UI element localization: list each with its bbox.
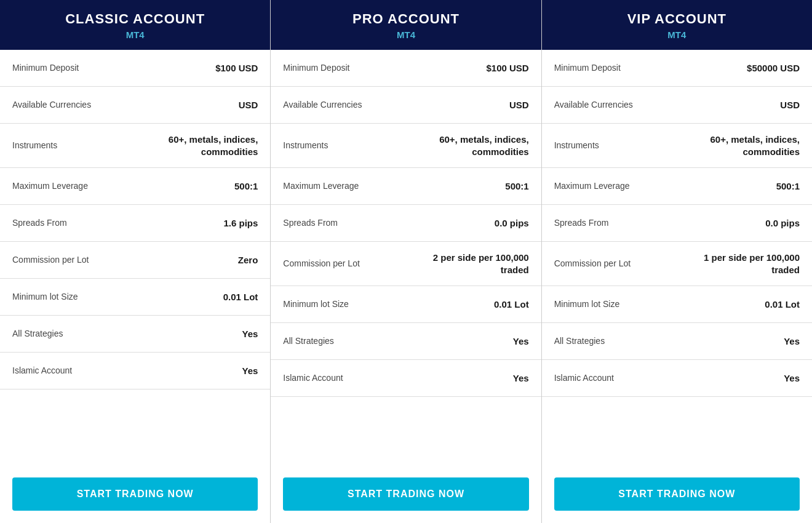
feature-label: Minimum lot Size	[554, 298, 677, 309]
feature-value: $100 USD	[135, 62, 258, 74]
feature-value: 0.0 pips	[677, 217, 800, 230]
feature-row: Commission per Lot2 per side per 100,000…	[271, 242, 541, 286]
feature-value: 1 per side per 100,000 traded	[677, 252, 800, 276]
pro-platform: MT4	[283, 30, 528, 40]
pro-body: Minimum Deposit$100 USDAvailable Currenc…	[271, 50, 541, 468]
feature-row: All StrategiesYes	[0, 316, 270, 353]
feature-label: Available Currencies	[283, 99, 406, 110]
feature-label: Spreads From	[283, 217, 406, 228]
feature-value: USD	[406, 99, 529, 111]
pro-start-trading-button[interactable]: START TRADING NOW	[283, 477, 528, 511]
feature-row: Instruments60+, metals, indices, commodi…	[271, 124, 541, 168]
feature-row: Minimum lot Size0.01 Lot	[542, 286, 812, 323]
feature-label: Instruments	[12, 140, 135, 151]
feature-row: All StrategiesYes	[271, 323, 541, 360]
feature-value: Yes	[677, 335, 800, 348]
feature-row: Maximum Leverage500:1	[542, 168, 812, 205]
feature-value: 1.6 pips	[135, 217, 258, 230]
feature-label: Commission per Lot	[12, 254, 135, 265]
classic-account-name: CLASSIC ACCOUNT	[12, 11, 258, 27]
feature-value: Yes	[677, 372, 800, 385]
feature-label: Islamic Account	[283, 372, 406, 383]
feature-row: Spreads From1.6 pips	[0, 205, 270, 242]
feature-row: Commission per Lot1 per side per 100,000…	[542, 242, 812, 286]
classic-footer: START TRADING NOW	[0, 468, 270, 523]
account-column-classic: CLASSIC ACCOUNTMT4Minimum Deposit$100 US…	[0, 0, 271, 523]
feature-value: Yes	[135, 328, 258, 340]
classic-platform: MT4	[12, 30, 258, 40]
feature-value: 500:1	[406, 180, 529, 193]
feature-value: USD	[677, 99, 800, 111]
feature-label: Minimum Deposit	[12, 62, 135, 73]
feature-label: Commission per Lot	[283, 258, 406, 269]
feature-label: Maximum Leverage	[283, 180, 406, 191]
feature-value: 0.01 Lot	[135, 291, 258, 303]
vip-start-trading-button[interactable]: START TRADING NOW	[554, 477, 800, 511]
pro-account-name: PRO ACCOUNT	[283, 11, 528, 27]
feature-row: Minimum Deposit$100 USD	[0, 50, 270, 87]
feature-label: Available Currencies	[12, 99, 135, 110]
feature-label: Spreads From	[554, 217, 677, 228]
feature-label: Minimum Deposit	[283, 62, 406, 73]
feature-row: Islamic AccountYes	[0, 353, 270, 389]
feature-label: Minimum lot Size	[283, 298, 406, 309]
feature-row: Available CurrenciesUSD	[271, 87, 541, 124]
feature-label: Maximum Leverage	[554, 180, 677, 191]
feature-label: Islamic Account	[12, 365, 135, 376]
account-column-vip: VIP ACCOUNTMT4Minimum Deposit$50000 USDA…	[542, 0, 812, 523]
vip-platform: MT4	[554, 30, 800, 40]
feature-row: Spreads From0.0 pips	[271, 205, 541, 242]
feature-value: 60+, metals, indices, commodities	[406, 134, 529, 158]
feature-value: 0.01 Lot	[677, 298, 800, 311]
feature-value: 2 per side per 100,000 traded	[406, 252, 529, 276]
feature-row: Spreads From0.0 pips	[542, 205, 812, 242]
feature-label: Minimum lot Size	[12, 291, 135, 302]
feature-value: USD	[135, 99, 258, 111]
feature-row: Minimum lot Size0.01 Lot	[0, 279, 270, 316]
feature-value: Yes	[406, 335, 529, 348]
feature-label: Available Currencies	[554, 99, 677, 110]
page-wrapper: CLASSIC ACCOUNTMT4Minimum Deposit$100 US…	[0, 0, 812, 523]
feature-value: 500:1	[135, 180, 258, 193]
feature-label: All Strategies	[12, 328, 135, 339]
feature-label: All Strategies	[554, 335, 677, 346]
feature-label: Maximum Leverage	[12, 180, 135, 191]
feature-value: $50000 USD	[677, 62, 800, 74]
feature-value: Yes	[406, 372, 529, 385]
vip-footer: START TRADING NOW	[542, 468, 812, 523]
pro-header: PRO ACCOUNTMT4	[271, 0, 541, 50]
feature-row: Minimum Deposit$50000 USD	[542, 50, 812, 87]
feature-label: Instruments	[283, 140, 406, 151]
feature-row: Commission per LotZero	[0, 242, 270, 279]
feature-label: Islamic Account	[554, 372, 677, 383]
vip-account-name: VIP ACCOUNT	[554, 11, 800, 27]
classic-header: CLASSIC ACCOUNTMT4	[0, 0, 270, 50]
vip-header: VIP ACCOUNTMT4	[542, 0, 812, 50]
feature-value: 60+, metals, indices, commodities	[135, 134, 258, 158]
feature-value: $100 USD	[406, 62, 529, 74]
feature-value: Zero	[135, 254, 258, 266]
feature-row: Instruments60+, metals, indices, commodi…	[542, 124, 812, 168]
account-column-pro: PRO ACCOUNTMT4Minimum Deposit$100 USDAva…	[271, 0, 541, 523]
feature-row: Minimum lot Size0.01 Lot	[271, 286, 541, 323]
vip-body: Minimum Deposit$50000 USDAvailable Curre…	[542, 50, 812, 468]
pro-footer: START TRADING NOW	[271, 468, 541, 523]
feature-row: Available CurrenciesUSD	[0, 87, 270, 124]
feature-value: 0.0 pips	[406, 217, 529, 230]
feature-value: Yes	[135, 365, 258, 377]
feature-row: Available CurrenciesUSD	[542, 87, 812, 124]
feature-row: Minimum Deposit$100 USD	[271, 50, 541, 87]
feature-row: Maximum Leverage500:1	[271, 168, 541, 205]
feature-row: All StrategiesYes	[542, 323, 812, 360]
feature-row: Maximum Leverage500:1	[0, 168, 270, 205]
feature-value: 60+, metals, indices, commodities	[677, 134, 800, 158]
feature-label: Minimum Deposit	[554, 62, 677, 73]
feature-row: Islamic AccountYes	[271, 360, 541, 397]
feature-label: Instruments	[554, 140, 677, 151]
classic-start-trading-button[interactable]: START TRADING NOW	[12, 477, 258, 511]
feature-label: All Strategies	[283, 335, 406, 346]
classic-body: Minimum Deposit$100 USDAvailable Currenc…	[0, 50, 270, 468]
feature-label: Spreads From	[12, 217, 135, 228]
feature-label: Commission per Lot	[554, 258, 677, 269]
feature-value: 0.01 Lot	[406, 298, 529, 311]
